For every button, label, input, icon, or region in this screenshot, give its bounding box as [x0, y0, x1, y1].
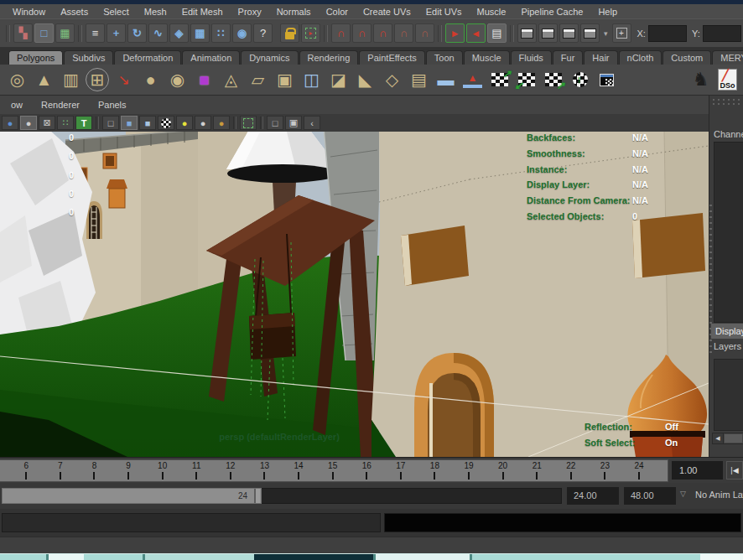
shelf-tab-mery[interactable]: MERY — [712, 50, 743, 65]
shelf-tab-custom[interactable]: Custom — [662, 50, 711, 65]
arched-door[interactable] — [414, 353, 494, 457]
group-grip[interactable] — [78, 25, 82, 42]
panel-menu-renderer[interactable]: Renderer — [32, 100, 89, 110]
curve-tool-icon[interactable]: ∿ — [148, 23, 168, 43]
bridge-icon[interactable]: ▬ — [434, 67, 458, 92]
booleans-icon[interactable]: ◫ — [299, 67, 324, 92]
uv-sphere-map-icon[interactable]: ↑ — [568, 67, 592, 92]
viewport-scene[interactable]: Backfaces:N/A Smoothness:N/A Instance:N/… — [0, 132, 709, 457]
channel-box-tab[interactable]: Channel — [714, 129, 743, 139]
persp-camera-icon[interactable]: ● — [2, 116, 18, 130]
surface-tool-icon[interactable]: ◈ — [169, 23, 189, 43]
scroll-left-icon[interactable]: ◀ — [713, 433, 724, 443]
toolbar-grip[interactable] — [260, 117, 263, 129]
shelf-tab-painteffects[interactable]: PaintEffects — [359, 50, 425, 65]
anim-layer-selector[interactable]: No Anim Layer — [695, 490, 743, 500]
range-end-handle[interactable] — [254, 489, 260, 503]
frame-tick[interactable]: 15 — [315, 460, 350, 481]
render-settings-icon[interactable] — [559, 23, 579, 43]
rotate-tool-icon[interactable]: ↻ — [127, 23, 147, 43]
ipr-render-icon[interactable] — [538, 23, 558, 43]
layout-icon[interactable]: ▣ — [285, 116, 302, 130]
construction-history-icon[interactable]: ▤ — [487, 23, 507, 43]
channel-box-area[interactable] — [714, 142, 743, 323]
show-vertices-icon[interactable]: ∷ — [57, 116, 74, 130]
snap-to-grid-icon[interactable]: ∩ — [331, 23, 351, 43]
playback-end-field[interactable]: 24.00 — [567, 487, 619, 505]
select-object-icon[interactable]: □ — [34, 23, 54, 43]
menu-proxy[interactable]: Proxy — [231, 7, 269, 17]
snap-to-plane-icon[interactable]: ∩ — [394, 23, 413, 43]
snap-to-point-icon[interactable]: ∩ — [373, 23, 392, 43]
frame-tick[interactable]: 6 — [9, 460, 44, 481]
poly-cone-icon[interactable]: ▲ — [32, 67, 56, 92]
range-slider-bar[interactable]: 24 — [2, 488, 262, 504]
paint-effects-render-icon[interactable] — [580, 23, 600, 43]
frame-tick[interactable]: 17 — [384, 460, 418, 481]
window-shutter-left[interactable] — [401, 226, 469, 286]
shelf-tab-hair[interactable]: Hair — [584, 50, 617, 65]
flat-light-icon[interactable]: ● — [195, 116, 211, 130]
wedge-face-icon[interactable]: ◣ — [353, 67, 377, 92]
select-hierarchy-icon[interactable]: ▚ — [13, 23, 33, 43]
render-current-frame-icon[interactable] — [517, 23, 537, 43]
textured-mode-icon[interactable]: T — [75, 116, 92, 130]
uv-layout-icon[interactable]: ↗ — [541, 67, 565, 92]
frame-tick[interactable]: 18 — [418, 460, 452, 481]
frame-tick[interactable]: 23 — [588, 460, 622, 481]
frame-tick[interactable]: 16 — [350, 460, 384, 481]
menu-edit-mesh[interactable]: Edit Mesh — [174, 7, 231, 17]
menu-normals[interactable]: Normals — [269, 7, 319, 17]
dock-horizontal-scrollbar[interactable]: ◀ — [712, 433, 743, 444]
frame-tick[interactable]: 8 — [77, 460, 112, 481]
frame-tick[interactable]: 12 — [214, 460, 248, 481]
group-grip[interactable] — [324, 25, 328, 42]
frame-tick[interactable]: 20 — [486, 460, 520, 481]
default-light-icon[interactable]: ● — [176, 116, 193, 130]
wireframe-mode-icon[interactable]: □ — [102, 116, 119, 130]
soft-mod-tool-icon[interactable]: ◉ — [232, 23, 252, 43]
shelf-tab-muscle[interactable]: Muscle — [464, 50, 510, 65]
uv-unfold-icon[interactable]: ↙ — [514, 67, 538, 92]
poly-sphere-icon[interactable]: ● — [138, 67, 163, 92]
frame-tick[interactable]: 14 — [282, 460, 316, 481]
combine-icon[interactable]: ▣ — [273, 67, 297, 92]
lattice-tool-icon[interactable]: ▦ — [190, 23, 210, 43]
shelf-tab-deformation[interactable]: Deformation — [114, 50, 181, 65]
layer-list-area[interactable] — [714, 359, 743, 431]
scroll-thumb[interactable] — [725, 434, 742, 443]
extrude-icon[interactable]: ▤ — [407, 67, 431, 92]
menu-edit-uvs[interactable]: Edit UVs — [418, 7, 470, 17]
points-tool-icon[interactable]: ∷ — [211, 23, 231, 43]
layers-tab[interactable]: Layers — [714, 341, 741, 351]
input-mode-dropdown-icon[interactable]: ▾ — [604, 29, 608, 38]
menu-muscle[interactable]: Muscle — [470, 7, 514, 17]
menu-mesh[interactable]: Mesh — [137, 7, 174, 17]
frame-tick[interactable]: 7 — [44, 460, 78, 481]
group-grip[interactable] — [510, 25, 514, 42]
ortho-camera-icon[interactable]: ● — [20, 116, 37, 130]
menu-select[interactable]: Select — [96, 7, 137, 17]
frame-tick[interactable]: 13 — [247, 460, 282, 481]
frame-tick[interactable]: 24 — [622, 460, 657, 481]
uv-checker-map-icon[interactable]: ↗ — [487, 67, 512, 92]
output-connections-icon[interactable]: ◂ — [466, 23, 486, 43]
frame-tick[interactable]: 9 — [112, 460, 146, 481]
panel-menu-show[interactable]: ow — [2, 100, 32, 110]
menu-pipeline-cache[interactable]: Pipeline Cache — [513, 7, 590, 17]
menu-create-uvs[interactable]: Create UVs — [356, 7, 418, 17]
share-view-icon[interactable]: ‹ — [304, 116, 320, 130]
textured-shaded-icon[interactable]: ■ — [139, 116, 156, 130]
shelf-tab-toon[interactable]: Toon — [426, 50, 463, 65]
shelf-tab-subdivs[interactable]: Subdivs — [64, 50, 113, 65]
menu-color[interactable]: Color — [319, 7, 356, 17]
go-to-start-button[interactable]: |◀ — [726, 461, 743, 480]
field-chart-icon[interactable]: □ — [267, 116, 283, 130]
shelf-tab-fur[interactable]: Fur — [553, 50, 584, 65]
x-coord-input[interactable] — [648, 25, 687, 42]
shaded-mode-icon[interactable]: ■ — [121, 116, 138, 130]
uv-editor-icon[interactable] — [595, 67, 619, 92]
menu-window[interactable]: Window — [5, 7, 53, 17]
frame-tick[interactable]: 11 — [179, 460, 214, 481]
absolute-transform-icon[interactable]: + — [612, 23, 631, 43]
